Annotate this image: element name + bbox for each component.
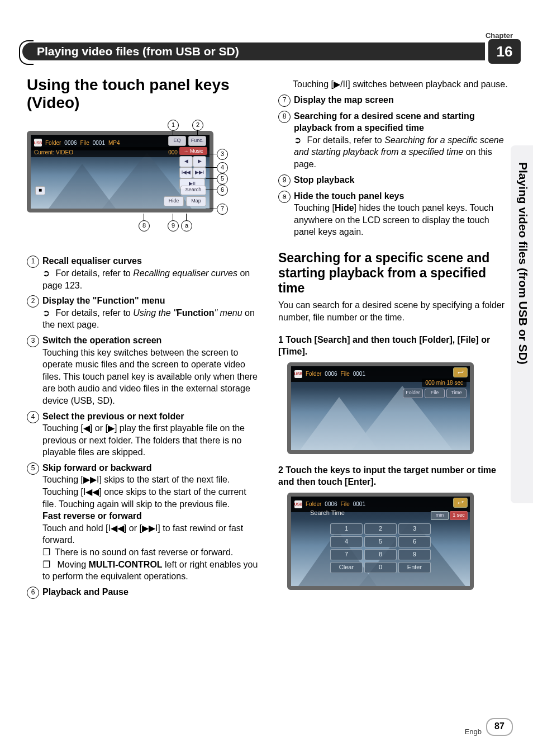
map-button[interactable]: Map [186,196,206,206]
folder-number: 0006 [325,370,337,378]
page-number: 87 [486,718,513,736]
item-num-5: 5 [27,462,39,475]
minutes-chip[interactable]: min [431,511,449,520]
eq-button[interactable]: EQ [168,136,186,146]
callout-3: 3 [217,149,228,160]
hide-map-row: Hide Map [164,196,206,206]
subsection-heading: Searching for a specific scene and start… [278,251,513,296]
folder-label: Folder [306,500,321,508]
title-capsule: Playing video files (from USB or SD) [22,40,485,63]
item-10-body-pre: Touching [ [294,203,335,212]
callout-6: 6 [217,185,228,196]
search-button[interactable]: Search [180,186,206,195]
folder-number: 0006 [325,500,337,508]
lead-1 [173,130,173,135]
key-clear[interactable]: Clear [330,562,363,573]
skip-back-button[interactable]: I◀◀ [179,167,193,178]
key-0[interactable]: 0 [364,562,397,573]
item-4-body: Touching [◀] or [▶] play the first playa… [42,422,261,459]
key-3[interactable]: 3 [398,523,431,535]
item-4-head: Select the previous or next folder [42,412,184,421]
next-folder-button[interactable]: ▶ [193,156,206,167]
item-10-body-bold: Hide [335,203,354,212]
item-num-6: 6 [27,587,39,599]
key-7[interactable]: 7 [330,549,363,560]
callout-4: 4 [217,162,228,173]
file-label: File [80,139,89,147]
current-label: Current: VIDEO [34,149,73,157]
folder-label: Folder [45,139,61,147]
elapsed-time: 000 min 18 sec [422,379,467,387]
callout-2: 2 [192,120,203,131]
lead-3 [206,154,217,154]
item-num-1: 1 [27,256,39,268]
item-7-head: Display the map screen [294,95,394,105]
item-1-head: Recall equaliser curves [42,256,142,266]
item-3-head: Switch the operation screen [42,336,161,345]
key-2[interactable]: 2 [364,523,397,535]
key-1[interactable]: 1 [330,523,363,535]
left-column: Using the touch panel keys (Video) USB F… [27,76,261,599]
item-8-head: Searching for a desired scene and starti… [294,111,475,133]
stop-button[interactable]: ■ [35,186,45,195]
right-column: Touching [▶/II] switches between playbac… [278,78,513,590]
item-1-sub: For details, refer to Recalling equalise… [42,267,261,291]
item-1-sub-italic: Recalling equaliser curves [133,268,237,278]
step-1: 1 Touch [Search] and then touch [Folder]… [278,334,513,358]
seconds-chip[interactable]: 1 sec [450,511,468,520]
subsection-intro: You can search for a desired scene by sp… [278,299,513,323]
item-5-body: Touching [▶▶I] skips to the start of the… [42,474,261,510]
tab-folder[interactable]: Folder [403,389,423,398]
file-number: 0001 [353,500,365,508]
lead-8 [144,214,144,220]
key-6[interactable]: 6 [398,536,431,547]
touch-panel-diagram: USB Folder 0006 File 0001 MP4 EQ Func. C… [27,120,217,248]
callout-5: 5 [217,173,228,185]
item-2: 2 Display the "Function" menu For detail… [27,295,261,331]
eq-func-row: EQ Func. [168,136,206,146]
page-heading: Using the touch panel keys (Video) [27,76,261,112]
title-ring-decor [19,40,34,65]
func-button[interactable]: Func. [188,136,206,146]
skip-forward-button[interactable]: ▶▶I [193,167,206,178]
key-5[interactable]: 5 [364,536,397,547]
key-9[interactable]: 9 [398,549,431,560]
tab-time[interactable]: Time [446,389,467,398]
item-5-note2-pre: Moving [57,560,88,569]
item-num-7: 7 [278,94,291,107]
item-2-sub-b: Function [177,308,215,318]
key-8[interactable]: 8 [364,549,397,560]
file-label: File [341,370,350,378]
keypad-screenshot: USB Folder 0006 File 0001 ⮐ Search Time … [287,493,474,590]
step-2: 2 Touch the keys to input the target num… [278,464,513,488]
search-screenshot: USB Folder 0006 File 0001 ⮐ 000 min 18 s… [287,362,474,454]
tab-file[interactable]: File [425,389,445,398]
lead-4 [206,167,217,168]
lead-5 [206,178,217,179]
item-8-sub: For details, refer to Searching for a sp… [294,134,513,171]
item-2-sub-i1: Using the " [133,308,177,318]
back-button[interactable]: ⮐ [453,367,468,377]
side-tab-text: Playing video files (from USB or SD) [516,162,530,365]
item-5-fast-head: Fast reverse or forward [42,510,261,522]
switch-to-music-button[interactable]: → Music [179,147,207,155]
usb-icon: USB [294,500,302,508]
file-number: 0001 [93,139,105,147]
hide-button[interactable]: Hide [164,196,184,206]
item-3-body: Touching this key switches between the s… [42,347,261,407]
usb-icon: USB [294,370,302,378]
key-4[interactable]: 4 [330,536,363,547]
item-10-body: Touching [Hide] hides the touch panel ke… [294,202,513,238]
callout-9: 9 [168,220,179,231]
item-10: a Hide the touch panel keys Touching [Hi… [278,190,513,238]
item-6: 6 Playback and Pause [27,586,261,599]
item-9: 9 Stop playback [278,174,513,187]
item-8-sub-pre: For details, refer to [307,135,384,145]
prev-folder-button[interactable]: ◀ [179,156,193,167]
item-2-sub: For details, refer to Using the "Functio… [42,307,261,331]
key-enter[interactable]: Enter [398,562,431,573]
item-3: 3 Switch the operation screen Touching t… [27,334,261,407]
back-button[interactable]: ⮐ [453,498,468,508]
item-num-3: 3 [27,335,39,347]
numeric-keypad: 1 2 3 4 5 6 7 8 9 Clear 0 Enter [330,523,431,573]
